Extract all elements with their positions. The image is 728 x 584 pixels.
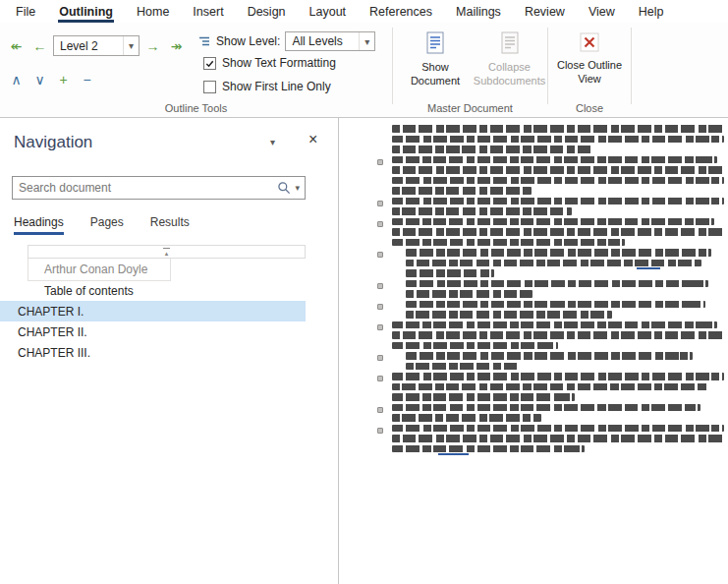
paragraph bbox=[392, 404, 724, 422]
tab-pages[interactable]: Pages bbox=[90, 215, 124, 235]
menu-tab-home[interactable]: Home bbox=[125, 0, 181, 23]
move-up-button[interactable]: ∧ bbox=[6, 69, 27, 89]
close-outline-view-button[interactable]: Close Outline View bbox=[554, 25, 625, 107]
navigation-close-button[interactable]: × bbox=[308, 131, 317, 148]
outline-paragraph-marker-icon[interactable] bbox=[377, 201, 383, 206]
text-line bbox=[406, 260, 702, 267]
move-down-icon: ∨ bbox=[34, 73, 44, 87]
chevron-down-icon: ▾ bbox=[270, 137, 275, 147]
text-line bbox=[392, 321, 717, 329]
paragraph bbox=[392, 125, 724, 153]
menu-tab-view[interactable]: View bbox=[577, 0, 627, 23]
paragraph bbox=[392, 156, 724, 195]
outline-move-controls: ∧ ∨ + − bbox=[6, 69, 97, 89]
close-group-label: Close bbox=[548, 102, 631, 114]
move-down-button[interactable]: ∨ bbox=[29, 69, 50, 89]
paragraph bbox=[392, 218, 724, 247]
menu-tab-file[interactable]: File bbox=[4, 0, 47, 23]
menu-tab-help[interactable]: Help bbox=[627, 0, 676, 23]
heading-label: CHAPTER III. bbox=[18, 346, 90, 360]
text-line bbox=[392, 228, 724, 236]
menu-tab-design[interactable]: Design bbox=[236, 0, 298, 23]
menu-tab-review[interactable]: Review bbox=[513, 0, 577, 23]
paragraph bbox=[392, 198, 724, 215]
menu-tab-insert[interactable]: Insert bbox=[181, 0, 235, 23]
search-options-caret[interactable]: ▾ bbox=[295, 183, 300, 193]
menu-tab-mailings[interactable]: Mailings bbox=[444, 0, 513, 23]
outline-paragraph-marker-icon[interactable] bbox=[377, 252, 383, 258]
show-level-value: All Levels bbox=[286, 34, 359, 48]
text-line bbox=[392, 373, 724, 380]
outline-tools-group-label: Outline Tools bbox=[0, 102, 392, 114]
menubar: File Outlining Home Insert Design Layout… bbox=[0, 0, 728, 23]
headings-list: ▴ Arthur Conan Doyle Table of contents C… bbox=[0, 245, 306, 363]
show-level-dropdown[interactable]: All Levels ▾ bbox=[285, 31, 375, 51]
outline-level-value: Level 2 bbox=[54, 39, 123, 53]
search-tools: ▾ bbox=[277, 181, 305, 195]
text-line bbox=[392, 383, 707, 391]
list-item[interactable]: CHAPTER II. bbox=[0, 321, 306, 342]
search-icon[interactable] bbox=[277, 181, 291, 195]
collapse-subdocuments-button[interactable]: Collapse Subdocuments bbox=[474, 25, 545, 107]
outline-paragraph-marker-icon[interactable] bbox=[377, 407, 383, 413]
show-first-line-row: Show First Line Only bbox=[203, 80, 331, 93]
show-document-button[interactable]: Show Document bbox=[401, 25, 470, 107]
text-line bbox=[392, 177, 724, 185]
outline-paragraph-marker-icon[interactable] bbox=[377, 283, 383, 289]
show-first-line-checkbox[interactable] bbox=[203, 81, 216, 93]
text-line bbox=[392, 207, 572, 215]
scroll-to-top-strip[interactable]: ▴ bbox=[28, 245, 306, 259]
text-line bbox=[406, 280, 708, 288]
text-line bbox=[392, 218, 714, 226]
promote-icon: ← bbox=[33, 39, 47, 53]
ribbon-separator bbox=[631, 28, 632, 104]
outline-paragraph-marker-icon[interactable] bbox=[377, 159, 383, 165]
outline-paragraph-marker-icon[interactable] bbox=[377, 376, 383, 381]
master-document-group-label: Master Document bbox=[393, 102, 547, 114]
demote-to-body-button[interactable]: ↠ bbox=[166, 35, 187, 56]
menu-tab-layout[interactable]: Layout bbox=[298, 0, 359, 23]
search-input[interactable] bbox=[13, 181, 277, 195]
show-level-label: Show Level: bbox=[216, 34, 280, 48]
text-line bbox=[392, 136, 724, 144]
promote-to-heading1-icon: ↞ bbox=[11, 39, 23, 53]
tab-headings[interactable]: Headings bbox=[14, 215, 64, 235]
expand-icon: + bbox=[59, 73, 67, 87]
text-line bbox=[392, 146, 591, 153]
document-canvas[interactable] bbox=[339, 118, 728, 584]
show-text-formatting-checkbox[interactable] bbox=[203, 57, 216, 70]
list-item[interactable]: Arthur Conan Doyle bbox=[28, 259, 171, 281]
collapse-icon: − bbox=[83, 73, 90, 87]
close-icon: × bbox=[308, 131, 317, 147]
outline-paragraph-marker-icon[interactable] bbox=[377, 221, 383, 227]
outline-level-controls: ↞ ← Level 2 ▾ → ↠ bbox=[6, 35, 187, 56]
outline-level-dropdown[interactable]: Level 2 ▾ bbox=[53, 35, 140, 56]
tab-results[interactable]: Results bbox=[150, 215, 190, 235]
chevron-down-icon: ▾ bbox=[359, 32, 374, 50]
text-line bbox=[392, 166, 724, 174]
hyperlink-underline bbox=[438, 453, 469, 455]
list-item[interactable]: Table of contents bbox=[0, 281, 306, 301]
menu-tab-references[interactable]: References bbox=[358, 0, 444, 23]
promote-to-heading1-button[interactable]: ↞ bbox=[6, 35, 27, 56]
expand-button[interactable]: + bbox=[53, 69, 74, 89]
outline-paragraph-marker-icon[interactable] bbox=[377, 324, 383, 330]
collapse-button[interactable]: − bbox=[77, 69, 97, 89]
list-item[interactable]: CHAPTER III. bbox=[0, 342, 306, 363]
ribbon-group-master-document: Show Document Collapse Subdocuments Mast… bbox=[393, 23, 547, 117]
demote-button[interactable]: → bbox=[142, 35, 163, 56]
outline-paragraph-marker-icon[interactable] bbox=[377, 428, 383, 434]
menu-tab-outlining[interactable]: Outlining bbox=[47, 0, 125, 23]
promote-button[interactable]: ← bbox=[29, 35, 50, 56]
list-item-selected[interactable]: CHAPTER I. bbox=[0, 301, 306, 321]
show-text-formatting-row: Show Text Formatting bbox=[203, 56, 336, 70]
ribbon-group-outline-tools: ↞ ← Level 2 ▾ → ↠ ∧ ∨ + − Show Level: bbox=[0, 23, 392, 117]
text-line bbox=[392, 393, 575, 401]
outline-paragraph-marker-icon[interactable] bbox=[377, 355, 383, 361]
paragraph bbox=[392, 249, 724, 277]
search-box: ▾ bbox=[12, 176, 306, 200]
outline-paragraph-marker-icon[interactable] bbox=[377, 304, 383, 310]
show-first-line-label: Show First Line Only bbox=[222, 80, 331, 93]
navigation-options-caret[interactable]: ▾ bbox=[270, 137, 275, 147]
collapse-subdocuments-icon bbox=[497, 30, 523, 56]
